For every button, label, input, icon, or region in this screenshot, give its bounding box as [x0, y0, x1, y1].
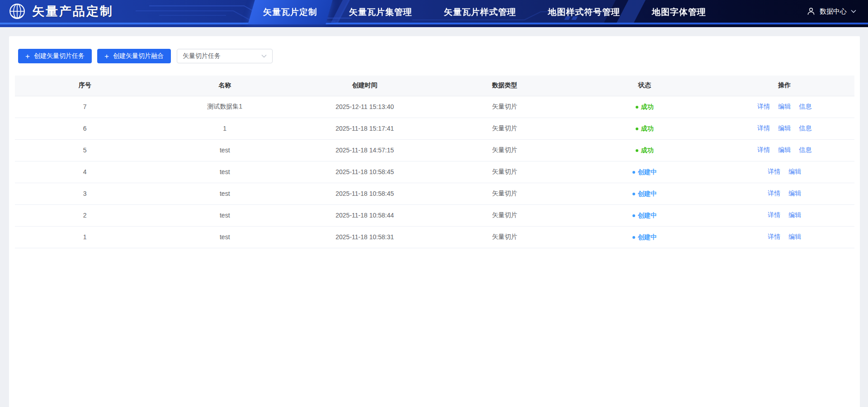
status-badge: 创建中 — [632, 212, 657, 220]
task-table: 序号名称创建时间数据类型状态操作 7测试数据集12025-12-11 15:13… — [15, 76, 854, 248]
cell-data-type: 矢量切片 — [435, 118, 575, 139]
action-edit-link[interactable]: 编辑 — [788, 211, 801, 218]
nav-tab-label: 矢量瓦片定制 — [263, 6, 317, 18]
action-edit-link[interactable]: 编辑 — [788, 233, 801, 240]
status-dot-icon — [636, 128, 638, 130]
cell-name: test — [155, 204, 295, 226]
cell-status: 创建中 — [575, 183, 715, 204]
cell-status: 成功 — [575, 118, 715, 139]
user-icon — [807, 7, 816, 16]
cell-actions: 详情编辑信息 — [715, 96, 855, 118]
action-info-link[interactable]: 信息 — [799, 103, 811, 110]
action-detail-link[interactable]: 详情 — [757, 103, 770, 110]
cell-actions: 详情编辑 — [715, 161, 855, 183]
cell-actions: 详情编辑信息 — [715, 139, 855, 161]
action-detail-link[interactable]: 详情 — [768, 233, 780, 240]
cell-actions: 详情编辑 — [715, 183, 855, 204]
table-row: 4test2025-11-18 10:58:45矢量切片创建中详情编辑 — [15, 161, 854, 183]
table-row: 612025-11-18 15:17:41矢量切片成功详情编辑信息 — [15, 118, 854, 139]
status-label: 创建中 — [638, 168, 657, 176]
table-row: 3test2025-11-18 10:58:45矢量切片创建中详情编辑 — [15, 183, 854, 204]
action-info-link[interactable]: 信息 — [799, 124, 811, 132]
create-tile-task-button[interactable]: + 创建矢量切片任务 — [18, 49, 92, 63]
nav-tab-1[interactable]: 矢量瓦片定制 — [251, 0, 329, 24]
nav-tab-2[interactable]: 矢量瓦片集管理 — [337, 0, 424, 24]
cell-seq: 2 — [15, 204, 155, 226]
cell-actions: 详情编辑信息 — [715, 118, 855, 139]
plus-icon: + — [104, 52, 109, 60]
cell-status: 创建中 — [575, 161, 715, 183]
nav-tab-5[interactable]: 地图字体管理 — [640, 0, 718, 24]
action-detail-link[interactable]: 详情 — [768, 189, 780, 197]
column-header: 数据类型 — [435, 76, 575, 96]
cell-data-type: 矢量切片 — [435, 161, 575, 183]
cell-created-at: 2025-11-18 10:58:45 — [295, 183, 435, 204]
cell-seq: 3 — [15, 183, 155, 204]
action-detail-link[interactable]: 详情 — [757, 124, 770, 132]
status-badge: 创建中 — [632, 233, 657, 241]
cell-data-type: 矢量切片 — [435, 183, 575, 204]
nav-tab-label: 矢量瓦片样式管理 — [444, 6, 516, 18]
cell-status: 创建中 — [575, 204, 715, 226]
cell-name: 1 — [155, 118, 295, 139]
status-badge: 成功 — [636, 125, 654, 133]
table-row: 1test2025-11-18 10:58:31矢量切片创建中详情编辑 — [15, 226, 854, 248]
user-menu[interactable]: 数据中心 — [807, 0, 856, 23]
action-detail-link[interactable]: 详情 — [768, 211, 780, 218]
status-dot-icon — [632, 236, 635, 239]
column-header: 创建时间 — [295, 76, 435, 96]
cell-status: 创建中 — [575, 226, 715, 248]
app-header: 矢量产品定制 矢量瓦片定制矢量瓦片集管理矢量瓦片样式管理地图样式符号管理地图字体… — [0, 0, 868, 27]
action-edit-link[interactable]: 编辑 — [788, 189, 801, 197]
cell-actions: 详情编辑 — [715, 204, 855, 226]
cell-data-type: 矢量切片 — [435, 226, 575, 248]
action-edit-link[interactable]: 编辑 — [778, 103, 791, 110]
nav-tab-4[interactable]: 地图样式符号管理 — [536, 0, 632, 24]
action-edit-link[interactable]: 编辑 — [778, 146, 791, 153]
cell-status: 成功 — [575, 96, 715, 118]
cell-created-at: 2025-11-18 15:17:41 — [295, 118, 435, 139]
table-row: 5test2025-11-18 14:57:15矢量切片成功详情编辑信息 — [15, 139, 854, 161]
column-header: 操作 — [715, 76, 855, 96]
status-label: 创建中 — [638, 190, 657, 198]
plus-icon: + — [25, 52, 30, 60]
action-edit-link[interactable]: 编辑 — [788, 168, 801, 175]
action-info-link[interactable]: 信息 — [799, 146, 811, 153]
status-dot-icon — [632, 193, 635, 195]
table-header-row: 序号名称创建时间数据类型状态操作 — [15, 76, 854, 96]
create-tile-fusion-button[interactable]: + 创建矢量切片融合 — [97, 49, 171, 63]
status-dot-icon — [632, 214, 635, 217]
status-dot-icon — [636, 106, 638, 109]
status-label: 创建中 — [638, 233, 657, 241]
cell-data-type: 矢量切片 — [435, 204, 575, 226]
status-badge: 创建中 — [632, 168, 657, 176]
chevron-down-icon — [851, 9, 856, 13]
cell-created-at: 2025-11-18 10:58:44 — [295, 204, 435, 226]
cell-seq: 7 — [15, 96, 155, 118]
nav-tab-label: 矢量瓦片集管理 — [349, 6, 412, 18]
cell-created-at: 2025-11-18 14:57:15 — [295, 139, 435, 161]
status-label: 创建中 — [638, 212, 657, 220]
column-header: 序号 — [15, 76, 155, 96]
task-type-select[interactable]: 矢量切片任务 — [177, 49, 273, 63]
cell-name: test — [155, 183, 295, 204]
cell-data-type: 矢量切片 — [435, 96, 575, 118]
page-content: + 创建矢量切片任务 + 创建矢量切片融合 矢量切片任务 序号名称创建时间数据类… — [0, 36, 868, 407]
cell-created-at: 2025-11-18 10:58:31 — [295, 226, 435, 248]
globe-logo-icon — [8, 2, 26, 20]
cell-name: test — [155, 139, 295, 161]
cell-status: 成功 — [575, 139, 715, 161]
action-edit-link[interactable]: 编辑 — [778, 124, 791, 132]
nav-tab-3[interactable]: 矢量瓦片样式管理 — [432, 0, 528, 24]
nav-tab-label: 地图字体管理 — [652, 6, 706, 18]
nav-tab-label: 地图样式符号管理 — [548, 6, 620, 18]
cell-created-at: 2025-11-18 10:58:45 — [295, 161, 435, 183]
cell-actions: 详情编辑 — [715, 226, 855, 248]
cell-seq: 5 — [15, 139, 155, 161]
app-logo: 矢量产品定制 — [8, 0, 113, 23]
main-nav: 矢量瓦片定制矢量瓦片集管理矢量瓦片样式管理地图样式符号管理地图字体管理 — [251, 0, 718, 24]
action-detail-link[interactable]: 详情 — [757, 146, 770, 153]
action-detail-link[interactable]: 详情 — [768, 168, 780, 175]
table-row: 2test2025-11-18 10:58:44矢量切片创建中详情编辑 — [15, 204, 854, 226]
app-title: 矢量产品定制 — [32, 3, 113, 19]
